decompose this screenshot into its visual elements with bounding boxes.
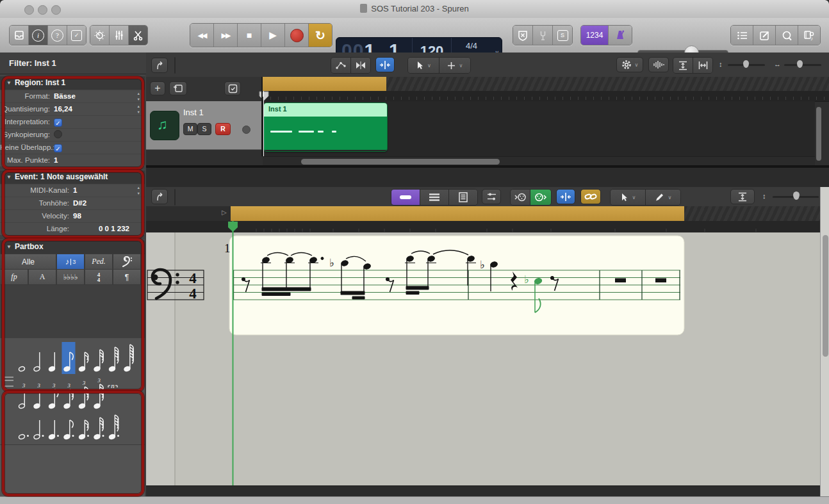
automation-button[interactable] — [331, 58, 351, 73]
property-value[interactable]: 1 — [73, 186, 77, 194]
library-toggle-button[interactable] — [10, 26, 29, 45]
property-value[interactable]: 0 0 1 232 — [99, 223, 129, 235]
note-symbol[interactable] — [79, 352, 88, 372]
mixer-toggle-button[interactable] — [110, 26, 129, 45]
record-button[interactable] — [285, 24, 309, 47]
note-symbol[interactable] — [63, 420, 74, 440]
toolbar-toggle-button[interactable]: ✓ — [67, 26, 86, 45]
stepper-down-icon[interactable]: ▼ — [137, 191, 140, 196]
stepper-up-icon[interactable]: ▲ — [137, 104, 140, 109]
play-button[interactable]: ▶ — [261, 24, 285, 47]
score-canvas[interactable]: 4 4 1 — [146, 221, 820, 485]
add-track-button[interactable]: + — [150, 81, 165, 95]
tuner-button[interactable] — [533, 26, 553, 45]
score-hscroll[interactable] — [146, 485, 820, 496]
score-zoom-slider[interactable]: ↕ — [762, 191, 821, 202]
note-symbol[interactable]: 3 — [94, 377, 103, 409]
track-icon[interactable]: ♫ — [150, 111, 179, 140]
track-settings-menu[interactable]: ∨ — [616, 57, 643, 72]
whole-rest[interactable] — [615, 279, 626, 283]
note-symbol[interactable] — [79, 420, 89, 440]
note-symbol[interactable] — [33, 420, 44, 440]
vertical-autozoom-button[interactable] — [673, 58, 693, 73]
partbox-tab-clefs[interactable] — [113, 254, 141, 270]
waveform-zoom-button[interactable] — [648, 57, 669, 72]
tracks-hscroll[interactable] — [263, 156, 815, 165]
property-value[interactable]: 98 — [73, 212, 81, 220]
partbox-tab-all[interactable]: Alle — [0, 254, 56, 270]
hscroll-thumb[interactable] — [301, 159, 500, 165]
property-value[interactable]: Bässe — [54, 92, 76, 100]
midi-in-button[interactable] — [511, 190, 530, 205]
solo-button[interactable]: S — [197, 123, 211, 135]
hide-editor-button[interactable] — [151, 58, 168, 73]
partbox-tab-notes[interactable]: ♪3 — [56, 254, 85, 270]
input-monitor-button[interactable] — [242, 126, 250, 134]
note-symbol[interactable]: 3 — [63, 382, 73, 409]
catch-playhead-button[interactable] — [375, 57, 395, 72]
track-header-inst1[interactable]: ♫ Inst 1 M S R — [146, 101, 261, 150]
media-browser-button[interactable]: ♪ — [798, 26, 820, 45]
exit-editor-button[interactable] — [151, 189, 168, 204]
pointer-tool-menu[interactable]: ∨ — [611, 190, 646, 205]
solo-mode-button[interactable]: S — [553, 26, 572, 45]
zoom-slider-thumb[interactable] — [793, 191, 800, 200]
note-symbol[interactable] — [124, 345, 133, 372]
tracks-ruler-ticks[interactable] — [263, 91, 829, 102]
secondary-tool-menu[interactable]: ∨ — [439, 58, 470, 73]
duplicate-track-button[interactable] — [169, 81, 187, 95]
cycle-region[interactable] — [231, 206, 684, 221]
inspector-toggle-button[interactable]: i — [29, 26, 48, 45]
forward-button[interactable]: ▶▶ — [214, 24, 238, 47]
stop-button[interactable]: ■ — [238, 24, 261, 47]
partbox-tab-accidentals[interactable]: ♭♭♭♭ — [56, 269, 85, 285]
list-editors-button[interactable] — [731, 26, 753, 45]
event-section-header[interactable]: ▼Event: 1 Note ausgewählt — [0, 170, 145, 184]
partbox-tab-dynamics[interactable]: fp — [0, 269, 28, 285]
single-view-button[interactable] — [391, 190, 420, 205]
tracks-vscroll-thumb[interactable] — [816, 107, 821, 161]
note-symbol[interactable] — [94, 350, 103, 372]
property-value[interactable]: 1 — [54, 156, 58, 164]
track-header-options-button[interactable] — [224, 81, 241, 95]
record-enable-button[interactable]: R — [215, 123, 231, 135]
note-symbol[interactable] — [49, 420, 59, 440]
page-view-button[interactable] — [449, 190, 477, 205]
partbox-section-header[interactable]: ▼Partbox — [0, 240, 145, 254]
note-symbol[interactable] — [49, 352, 56, 372]
zoom-slider-thumb[interactable] — [797, 60, 803, 68]
partbox-tab-layout[interactable]: ¶ — [113, 269, 141, 285]
note-symbol[interactable]: n — [108, 382, 117, 389]
property-value[interactable]: 16,24 — [54, 105, 72, 113]
partbox-tab-pedal[interactable]: Ped. — [85, 254, 113, 270]
checkbox[interactable] — [54, 130, 62, 138]
pencil-tool-menu[interactable]: ∨ — [646, 190, 680, 205]
catch-playhead-button[interactable] — [556, 189, 575, 204]
cycle-region[interactable] — [263, 77, 386, 91]
checkbox[interactable]: ✓ — [54, 144, 62, 152]
score-tick-strip[interactable] — [146, 221, 820, 232]
playhead-line[interactable] — [263, 91, 264, 156]
whole-rest[interactable] — [655, 279, 666, 283]
cycle-button[interactable]: ↻ — [309, 24, 332, 47]
disclosure-triangle-icon[interactable]: ▼ — [6, 174, 12, 180]
stepper-down-icon[interactable]: ▼ — [137, 97, 140, 102]
stepper-down-icon[interactable]: ▼ — [137, 110, 140, 115]
horizontal-autozoom-button[interactable] — [693, 58, 712, 73]
count-in-button[interactable]: 1234 — [581, 26, 609, 45]
stepper-up-icon[interactable]: ▲ — [137, 91, 140, 96]
vscroll-thumb[interactable] — [823, 235, 828, 357]
horizontal-zoom-slider[interactable]: ↔ — [774, 59, 823, 70]
score-vscroll[interactable] — [820, 187, 829, 496]
midi-region-inst1[interactable]: Inst 1 — [263, 102, 388, 152]
tracks-ruler[interactable] — [263, 77, 829, 91]
mute-button[interactable]: M — [183, 123, 197, 135]
note-symbol[interactable]: 3 — [19, 382, 26, 409]
loop-browser-button[interactable] — [776, 26, 798, 45]
replace-mode-button[interactable] — [513, 26, 533, 45]
note-symbol[interactable] — [19, 434, 29, 439]
note-symbol[interactable]: 3 — [49, 382, 58, 409]
note-symbol[interactable] — [33, 352, 40, 372]
zoom-slider-thumb[interactable] — [743, 60, 749, 68]
play-from-marker-icon[interactable]: ▷ — [222, 209, 227, 216]
